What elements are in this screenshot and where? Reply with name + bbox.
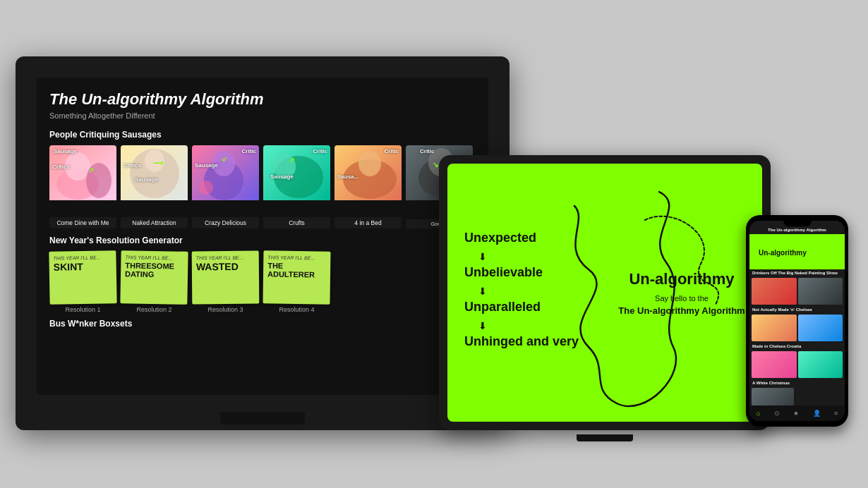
algo-left: Unexpected ⬇ Unbelievable ⬇ Unparalleled…: [464, 231, 618, 355]
phone-bottom-nav: ⌂ ⊙ ★ 👤 ≡: [749, 405, 845, 421]
svg-text:Un-algorithmy: Un-algorithmy: [759, 249, 807, 257]
phone-hero-image: Un-algorithmy: [749, 234, 845, 269]
sticky-label-4: Resolution 4: [263, 306, 330, 313]
phone-nav-home[interactable]: ⌂: [757, 410, 760, 417]
sticky-pre-3: THIS YEAR I'LL BE...: [196, 255, 255, 261]
algo-word-unparalleled: Unparalleled: [464, 300, 618, 315]
thumb-crufts[interactable]: Critic Sausage ↗ Crufts: [263, 145, 330, 228]
sticky-label-3: Resolution 3: [192, 306, 259, 313]
scene: The Un-algorithmy Algorithm Something Al…: [0, 0, 868, 488]
thumb-4inbed[interactable]: Critic Sausa... → 4 in a Bed: [334, 145, 402, 228]
algo-arrow-1: ⬇: [478, 251, 618, 262]
phone-section-label-1: Drinkers Off The Big Naked Painting Show: [749, 269, 845, 276]
tablet-screen: Unexpected ⬇ Unbelievable ⬇ Unparalleled…: [447, 164, 762, 422]
sticky-3[interactable]: THIS YEAR I'LL BE... WASTED: [192, 251, 260, 305]
algo-arrow-3: ⬇: [478, 320, 618, 331]
phone-section-label-3: Made in Chelsea Croatia: [749, 343, 845, 350]
thumb-naked[interactable]: Critics Sausage ⟶ Naked Attraction: [121, 145, 188, 228]
phone-thumb-3[interactable]: [752, 315, 797, 341]
phone-thumb-4[interactable]: [798, 315, 843, 341]
sticky-pre-4: THIS YEAR I'LL BE...: [267, 255, 326, 260]
sticky-main-1: SKINT: [54, 261, 112, 273]
stickies-row: THIS YEAR I'LL BE... SKINT Resolution 1 …: [49, 251, 476, 313]
sticky-4[interactable]: THIS YEAR I'LL BE... THE ADULTERER: [263, 250, 330, 304]
thumb-label-crazy: Crazy Delicious: [192, 217, 259, 228]
algo-content: Unexpected ⬇ Unbelievable ⬇ Unparalleled…: [464, 181, 745, 405]
phone-row-1: [749, 276, 845, 306]
phone-nav-menu[interactable]: ≡: [834, 410, 838, 417]
phone-notch: [783, 221, 812, 226]
svg-point-7: [199, 181, 213, 195]
algo-main-label: Un-algorithmy: [618, 270, 745, 288]
phone-nav-search[interactable]: ⊙: [774, 410, 780, 417]
section-title-boxsets: Bus W*nker Boxsets: [49, 319, 476, 329]
algo-word-unexpected: Unexpected: [464, 231, 618, 245]
sticky-wrapper-2: THIS YEAR I'LL BE... THREESOME DATING Re…: [121, 251, 188, 313]
phone-nav-star[interactable]: ★: [793, 410, 799, 417]
thumb-come-dine[interactable]: Sausage Critics ↗ Come Dine with Me: [49, 145, 116, 228]
sticky-main-4: THE ADULTERER: [267, 261, 326, 279]
phone-row-2: [749, 313, 845, 343]
phone-nav-user[interactable]: 👤: [813, 410, 821, 417]
sticky-pre-1: THIS YEAR I'LL BE...: [53, 255, 111, 260]
section-title-critiquing: People Critiquing Sausages: [49, 130, 476, 140]
tv-stand: [220, 412, 305, 425]
thumb-label-4inbed: 4 in a Bed: [334, 217, 402, 228]
algo-right: Un-algorithmy Say hello to the The Un-al…: [618, 270, 745, 316]
sticky-pre-2: THIS YEAR I'LL BE...: [125, 255, 183, 260]
tablet-device: Unexpected ⬇ Unbelievable ⬇ Unparalleled…: [439, 155, 771, 430]
sticky-main-2: THREESOME DATING: [125, 261, 183, 279]
section-title-resolutions: New Year's Resolution Generator: [49, 236, 476, 245]
algo-brand-text: The Un-algorithmy Algorithm: [618, 305, 745, 316]
phone-section-label-4: A White Christmas: [749, 379, 845, 386]
thumbnails-row: Sausage Critics ↗ Come Dine with Me Crit…: [49, 145, 476, 228]
tablet-stand: [577, 434, 633, 441]
phone-hero-svg: Un-algorithmy: [752, 234, 843, 269]
tv-subtitle: Something Altogether Different: [49, 111, 476, 120]
sticky-wrapper-1: THIS YEAR I'LL BE... SKINT Resolution 1: [49, 251, 116, 313]
phone-screen: The Un-algorithmy Algorithm Un-algorithm…: [749, 221, 845, 421]
thumb-label-crufts: Crufts: [263, 217, 330, 228]
phone-device: The Un-algorithmy Algorithm Un-algorithm…: [746, 215, 848, 427]
tv-device: The Un-algorithmy Algorithm Something Al…: [16, 56, 510, 430]
tv-screen: The Un-algorithmy Algorithm Something Al…: [37, 78, 488, 395]
tv-title: The Un-algorithmy Algorithm: [49, 90, 476, 109]
phone-thumb-2[interactable]: [798, 278, 843, 305]
phone-thumb-6[interactable]: [798, 351, 843, 378]
phone-section-label-2: Not Actually Made 'n' Chelsea: [749, 306, 845, 313]
thumb-label-come-dine: Come Dine with Me: [49, 217, 116, 228]
algo-arrow-2: ⬇: [478, 286, 618, 297]
sticky-main-3: WASTED: [196, 262, 255, 273]
thumb-crazy[interactable]: Critic Sausage ↙ Crazy Delicious: [192, 145, 259, 228]
sticky-label-2: Resolution 2: [121, 306, 188, 313]
phone-thumb-1[interactable]: [752, 278, 797, 305]
sticky-wrapper-3: THIS YEAR I'LL BE... WASTED Resolution 3: [192, 251, 259, 313]
sticky-2[interactable]: THIS YEAR I'LL BE... THREESOME DATING: [120, 250, 188, 305]
sticky-label-1: Resolution 1: [49, 306, 116, 313]
phone-thumb-5[interactable]: [752, 351, 797, 378]
algo-word-unhinged: Unhinged and very: [464, 334, 618, 349]
algo-word-unbelievable: Unbelievable: [464, 265, 618, 280]
sticky-wrapper-4: THIS YEAR I'LL BE... THE ADULTERER Resol…: [263, 251, 330, 313]
thumb-label-naked: Naked Attraction: [121, 217, 188, 228]
phone-row-3: [749, 350, 845, 379]
sticky-1[interactable]: THIS YEAR I'LL BE... SKINT: [49, 250, 116, 305]
algo-say-text: Say hello to the: [618, 294, 745, 303]
